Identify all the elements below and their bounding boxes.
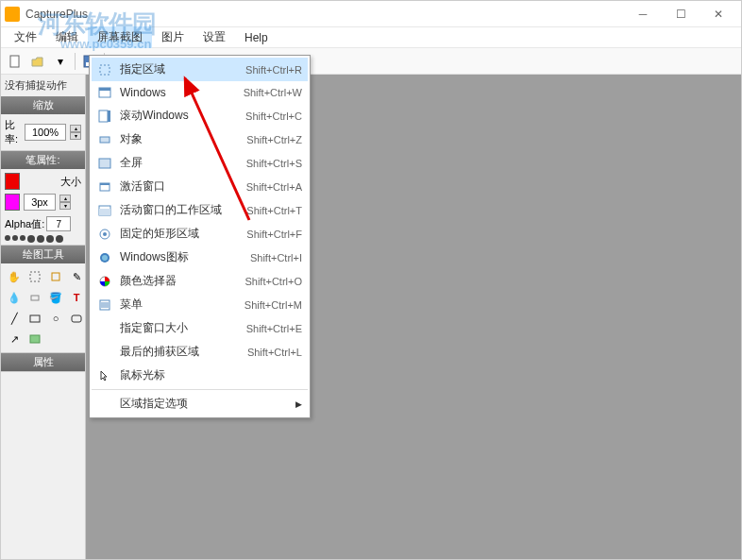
tool-arrow[interactable]: ↗: [5, 330, 24, 348]
dd-cursor[interactable]: 鼠标光标: [92, 364, 308, 387]
svg-rect-0: [10, 56, 19, 67]
left-panel: 没有捕捉动作 缩放 比率: ▴ ▾ 笔属性:: [1, 75, 86, 559]
dd-object[interactable]: 对象 Shift+Ctrl+Z: [92, 127, 308, 151]
fullscreen-icon: [97, 156, 112, 171]
tb-new[interactable]: [5, 51, 25, 72]
tb-dropdown[interactable]: ▾: [50, 51, 71, 72]
menu-settings[interactable]: 设置: [194, 26, 235, 48]
dd-lastregion[interactable]: 最后的捕获区域 Shift+Ctrl+L: [92, 340, 308, 364]
svg-point-21: [103, 232, 107, 236]
tool-image[interactable]: [25, 330, 44, 348]
object-icon: [97, 132, 112, 147]
svg-rect-12: [99, 110, 108, 122]
tool-fill[interactable]: 🪣: [46, 288, 65, 307]
tool-crop[interactable]: [46, 267, 65, 286]
menubar: 文件 编辑 屏幕截图 图片 设置 Help: [1, 27, 741, 48]
dd-winsize[interactable]: 指定窗口大小 Shift+Ctrl+E: [92, 316, 308, 340]
tool-circle[interactable]: ○: [46, 309, 65, 328]
svg-rect-11: [99, 88, 110, 91]
svg-rect-14: [100, 137, 110, 143]
svg-rect-3: [30, 272, 40, 281]
tools-header: 绘图工具: [1, 246, 85, 263]
tool-picker[interactable]: 💧: [5, 288, 24, 307]
tool-text[interactable]: T: [67, 288, 86, 307]
workarea-icon: [97, 203, 112, 218]
screenshot-dropdown: 指定区域 Shift+Ctrl+R Windows Shift+Ctrl+W 滚…: [89, 55, 311, 418]
alpha-input[interactable]: [46, 216, 71, 231]
tool-hand[interactable]: ✋: [5, 267, 24, 286]
dd-workarea[interactable]: 活动窗口的工作区域 Shift+Ctrl+T: [92, 198, 308, 222]
colorpicker-icon: [97, 274, 112, 289]
tool-rect[interactable]: [25, 309, 44, 328]
size-label: 大小: [60, 175, 81, 189]
menu-file[interactable]: 文件: [5, 26, 46, 48]
active-icon: [97, 179, 112, 195]
region-icon: [97, 62, 112, 77]
color-red[interactable]: [5, 173, 20, 190]
zoom-header: 缩放: [1, 96, 85, 114]
winicon-icon: [97, 250, 112, 265]
tool-line[interactable]: ╱: [5, 309, 24, 328]
tool-roundrect[interactable]: [67, 309, 86, 328]
svg-rect-8: [30, 335, 40, 343]
fixed-icon: [97, 227, 112, 242]
dd-winicon[interactable]: Windows图标 Shift+Ctrl+I: [92, 246, 308, 269]
alpha-label: Alpha值:: [5, 217, 44, 231]
dd-scroll[interactable]: 滚动Windows Shift+Ctrl+C: [92, 104, 308, 127]
tb-open[interactable]: [27, 51, 48, 72]
svg-rect-15: [99, 159, 110, 168]
maximize-button[interactable]: ☐: [662, 2, 700, 26]
dd-regionoptions[interactable]: 区域指定选项 ▶: [92, 392, 308, 416]
svg-point-23: [102, 255, 108, 261]
dd-region[interactable]: 指定区域 Shift+Ctrl+R: [92, 58, 308, 81]
minimize-button[interactable]: ─: [624, 2, 662, 26]
color-magenta[interactable]: [5, 194, 20, 211]
dropdown-separator: [92, 389, 308, 390]
close-button[interactable]: ✕: [700, 2, 737, 26]
menu-icon: [97, 297, 112, 313]
px-down[interactable]: ▾: [59, 202, 71, 210]
ratio-input[interactable]: [25, 124, 66, 141]
svg-rect-5: [31, 296, 39, 300]
cursor-icon: [97, 368, 112, 383]
tool-select[interactable]: [25, 267, 44, 286]
svg-rect-9: [100, 65, 110, 75]
tool-pencil[interactable]: ✎: [67, 267, 86, 286]
menu-image[interactable]: 图片: [152, 26, 194, 48]
dd-colorpicker[interactable]: 颜色选择器 Shift+Ctrl+O: [92, 269, 308, 293]
svg-rect-19: [99, 209, 110, 215]
menu-edit[interactable]: 编辑: [46, 26, 88, 48]
dd-fullscreen[interactable]: 全屏 Shift+Ctrl+S: [92, 151, 308, 175]
svg-rect-6: [30, 315, 40, 322]
window-title: CapturePlus: [25, 8, 624, 21]
px-up[interactable]: ▴: [59, 195, 71, 202]
dd-fixed[interactable]: 固定的矩形区域 Shift+Ctrl+F: [92, 222, 308, 246]
svg-rect-17: [100, 183, 110, 185]
dd-menu[interactable]: 菜单 Shift+Ctrl+M: [92, 293, 308, 316]
menu-help[interactable]: Help: [235, 28, 278, 47]
scroll-icon: [97, 109, 112, 124]
svg-rect-13: [108, 110, 110, 122]
svg-rect-7: [72, 315, 81, 322]
tool-eraser[interactable]: [25, 288, 44, 307]
pen-header: 笔属性:: [1, 151, 85, 169]
props-header: 属性: [1, 353, 85, 371]
submenu-arrow-icon: ▶: [295, 399, 302, 409]
ratio-up[interactable]: ▴: [70, 125, 81, 132]
ratio-down[interactable]: ▾: [70, 132, 81, 140]
app-icon: [5, 7, 20, 22]
ratio-label: 比率:: [5, 118, 21, 146]
dd-windows[interactable]: Windows Shift+Ctrl+W: [92, 81, 308, 104]
dd-active[interactable]: 激活窗口 Shift+Ctrl+A: [92, 175, 308, 198]
menu-screenshot[interactable]: 屏幕截图: [88, 26, 152, 48]
titlebar: CapturePlus ─ ☐ ✕: [1, 1, 741, 27]
capture-status: 没有捕捉动作: [1, 75, 85, 96]
px-input[interactable]: [24, 194, 56, 211]
svg-rect-4: [52, 273, 59, 280]
window-icon: [97, 85, 112, 100]
